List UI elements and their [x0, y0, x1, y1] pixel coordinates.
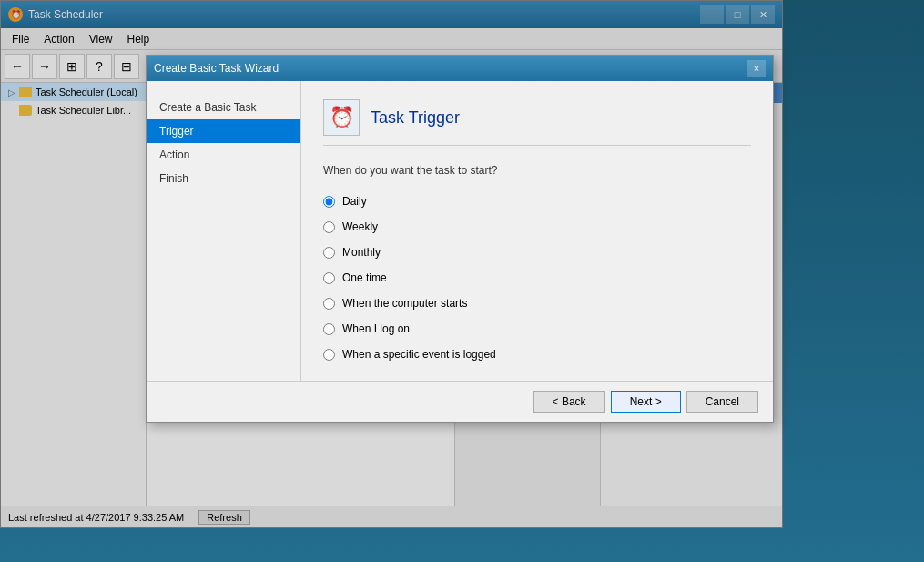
radio-event-label: When a specific event is logged — [342, 348, 496, 361]
radio-monthly[interactable]: Monthly — [323, 244, 751, 261]
dialog-body: Create a Basic Task Trigger Action Finis… — [147, 81, 773, 381]
dialog-question: When do you want the task to start? — [323, 164, 751, 177]
wizard-steps: Create a Basic Task Trigger Action Finis… — [147, 81, 301, 381]
wizard-step-finish[interactable]: Finish — [147, 167, 300, 190]
radio-event-input[interactable] — [323, 349, 335, 361]
radio-logon-input[interactable] — [323, 323, 335, 335]
cancel-button[interactable]: Cancel — [686, 391, 758, 413]
dialog-title-text: Create Basic Task Wizard — [154, 62, 279, 75]
dialog-title-bar: Create Basic Task Wizard × — [147, 56, 773, 81]
desktop: ⏰ Task Scheduler ─ □ ✕ File Action View … — [0, 0, 924, 562]
radio-daily-label: Daily — [342, 195, 367, 208]
dialog-footer: < Back Next > Cancel — [147, 381, 773, 422]
radio-logon-label: When I log on — [342, 322, 410, 335]
radio-startup-label: When the computer starts — [342, 297, 467, 310]
dialog-content: ⏰ Task Trigger When do you want the task… — [301, 81, 773, 381]
radio-logon[interactable]: When I log on — [323, 321, 751, 337]
radio-startup[interactable]: When the computer starts — [323, 295, 751, 312]
radio-onetime[interactable]: One time — [323, 270, 751, 286]
radio-daily[interactable]: Daily — [323, 193, 751, 209]
radio-weekly-input[interactable] — [323, 221, 335, 233]
radio-weekly[interactable]: Weekly — [323, 219, 751, 235]
radio-onetime-label: One time — [342, 271, 387, 284]
dialog-header-title: Task Trigger — [371, 108, 460, 128]
radio-weekly-label: Weekly — [342, 220, 378, 233]
wizard-step-create[interactable]: Create a Basic Task — [147, 96, 300, 119]
radio-onetime-input[interactable] — [323, 272, 335, 284]
wizard-step-action[interactable]: Action — [147, 143, 300, 167]
dialog-overlay: Create Basic Task Wizard × Create a Basi… — [0, 0, 924, 562]
back-button[interactable]: < Back — [533, 391, 605, 413]
wizard-step-trigger[interactable]: Trigger — [147, 119, 300, 143]
radio-event[interactable]: When a specific event is logged — [323, 346, 751, 363]
radio-daily-input[interactable] — [323, 196, 335, 208]
radio-monthly-input[interactable] — [323, 247, 335, 259]
dialog-close-button[interactable]: × — [747, 60, 766, 77]
create-task-dialog: Create Basic Task Wizard × Create a Basi… — [146, 55, 774, 423]
dialog-header-icon: ⏰ — [323, 99, 360, 136]
next-button[interactable]: Next > — [611, 391, 681, 413]
radio-startup-input[interactable] — [323, 298, 335, 310]
radio-monthly-label: Monthly — [342, 246, 381, 259]
dialog-header: ⏰ Task Trigger — [323, 99, 751, 146]
clock-icon: ⏰ — [330, 106, 354, 129]
